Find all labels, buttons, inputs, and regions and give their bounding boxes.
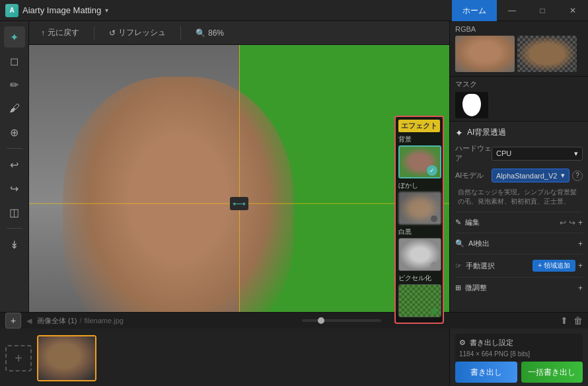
stamp-tool[interactable]: ⊕ — [4, 122, 25, 143]
hardware-label: ハードウェア — [455, 143, 492, 163]
effect-item-mono[interactable]: 白黒 — [398, 227, 440, 271]
ai-title: AI背景透過 — [467, 127, 506, 138]
ai-model-dropdown[interactable]: AlphaStandard_V2 ▾ — [492, 169, 570, 182]
effect-item-blur[interactable]: ぼかし — [398, 181, 440, 225]
export-settings-title: 書き出し設定 — [470, 338, 513, 348]
fine-tune-title: ⊞ 微調整 — [455, 283, 487, 293]
effect-item-pixel[interactable]: ピクセル化 — [398, 274, 440, 317]
manual-select-header[interactable]: ☞ 手動選択 + 領域追加 + — [455, 258, 583, 273]
ai-detect-header[interactable]: 🔍 AI検出 + — [455, 237, 583, 250]
fine-tune-expand[interactable]: + — [578, 284, 583, 293]
filmstrip: + — [0, 328, 449, 386]
filmstrip-add-button[interactable]: + — [5, 345, 32, 371]
effect-item-background[interactable]: 背景 ✓ — [398, 135, 440, 178]
fine-tune-header[interactable]: ⊞ 微調整 + — [455, 282, 583, 294]
rgba-thumbnails — [455, 36, 583, 72]
blur-effect-label: ぼかし — [398, 181, 440, 190]
mask-thumbnail[interactable] — [455, 92, 488, 118]
ai-detect-expand[interactable]: + — [578, 239, 583, 249]
filmstrip-area: + ⚙ 書き出し設定 1184 × 664 PNG [8 bits] 書き出し … — [0, 328, 588, 386]
ai-icon: ✦ — [455, 128, 463, 138]
add-file-button[interactable]: + — [5, 313, 21, 328]
title-dropdown-arrow[interactable]: ▾ — [105, 7, 108, 14]
paint-tool[interactable]: 🖌 — [4, 98, 25, 119]
mask-area: マスク — [450, 77, 588, 122]
filmstrip-thumb-1[interactable] — [37, 335, 96, 381]
edit-icon: ✎ — [455, 218, 461, 227]
ai-section-title: ✦ AI背景透過 — [455, 127, 583, 138]
zoom-button[interactable]: 🔍 86% — [192, 26, 228, 40]
bg-effect-check: ✓ — [427, 165, 437, 176]
delete-icon[interactable]: 🗑 — [573, 315, 583, 326]
fine-tune-label: 微調整 — [465, 283, 487, 293]
ai-info-text: 自然なエッジを実現。シンプルな背景髪の毛、発泡素材、初初初貢、正士景、 — [455, 188, 583, 206]
rgba-thumb-original[interactable] — [455, 36, 515, 72]
refresh-icon: ↺ — [109, 28, 116, 38]
bottom-section: + ◀ 画像全体 (1) / filename.jpg ⬆ 🗑 + ⚙ — [0, 312, 588, 386]
edit-section-header[interactable]: ✎ 編集 ↩ ↪ + — [455, 216, 583, 229]
app-title: Aiarty Image Matting — [22, 5, 101, 15]
manual-select-label: 手動選択 — [466, 261, 495, 271]
rgba-label: RGBA — [455, 25, 583, 33]
minimize-button[interactable]: — — [497, 0, 527, 21]
window-controls: ホーム — □ ✕ — [452, 0, 588, 21]
brush-tool[interactable]: ◻ — [4, 50, 25, 71]
ai-model-label: AIモデル — [455, 171, 492, 180]
toolbar-separator-2 — [7, 228, 22, 229]
ai-model-value: AlphaStandard_V2 — [496, 172, 557, 180]
breadcrumb: 画像全体 (1) / filename.jpg — [37, 316, 124, 326]
edit-section: ✎ 編集 ↩ ↪ + — [455, 212, 583, 233]
edit-redo[interactable]: ↪ — [569, 218, 575, 227]
select-tool[interactable]: ✦ — [4, 26, 25, 48]
timeline-bar[interactable] — [302, 319, 381, 322]
ai-detect-title: 🔍 AI検出 — [455, 239, 490, 249]
frame-tool[interactable]: ◫ — [4, 202, 25, 223]
upload-icon[interactable]: ⬆ — [560, 315, 568, 326]
timeline-handle[interactable] — [318, 317, 324, 324]
collapse-tool[interactable]: ↡ — [4, 234, 25, 255]
export-settings: ⚙ 書き出し設定 1184 × 664 PNG [8 bits] — [455, 334, 583, 362]
rgba-thumb-result[interactable] — [517, 36, 577, 72]
export-button[interactable]: 書き出し — [455, 362, 517, 383]
top-separator-2 — [180, 26, 181, 40]
undo-tool[interactable]: ↩ — [4, 154, 25, 175]
app-logo: A — [5, 4, 18, 17]
manual-select-expand[interactable]: + — [578, 261, 583, 270]
bg-effect-label: 背景 — [398, 135, 440, 144]
batch-export-button[interactable]: 一括書き出し — [521, 362, 583, 383]
mono-effect-dot — [431, 262, 437, 268]
logo-area: A Aiarty Image Matting ▾ — [5, 4, 108, 17]
original-preview — [455, 36, 515, 72]
export-settings-header: ⚙ 書き出し設定 — [459, 338, 579, 348]
hardware-row: ハードウェア CPU ▾ — [455, 143, 583, 163]
breadcrumb-item-2: filename.jpg — [85, 317, 124, 325]
ai-model-row: AIモデル AlphaStandard_V2 ▾ ? — [455, 169, 583, 182]
rgba-area: RGBA — [450, 21, 588, 77]
back-button[interactable]: ↑ 元に戻す — [37, 24, 83, 41]
maximize-button[interactable]: □ — [527, 0, 558, 21]
export-buttons: 書き出し 一括書き出し — [455, 362, 583, 383]
close-button[interactable]: ✕ — [558, 0, 588, 21]
edit-undo[interactable]: ↩ — [560, 218, 566, 227]
arrow-handle[interactable]: ⟷ — [230, 197, 248, 210]
edit-expand[interactable]: + — [578, 218, 583, 227]
filmstrip-image-1 — [38, 336, 95, 380]
result-preview — [517, 36, 577, 72]
fine-tune-icon: ⊞ — [455, 284, 461, 292]
effect-popup: エフェクト 背景 ✓ ぼかし 白黒 ピクセル化 — [394, 116, 444, 324]
toolbar-separator-1 — [7, 148, 22, 149]
back-label: 元に戻す — [48, 27, 79, 38]
titlebar: A Aiarty Image Matting ▾ ホーム — □ ✕ — [0, 0, 588, 21]
help-icon[interactable]: ? — [572, 171, 583, 181]
hardware-dropdown[interactable]: CPU ▾ — [492, 147, 583, 161]
manual-select-section: ☞ 手動選択 + 領域追加 + — [455, 254, 583, 277]
eraser-tool[interactable]: ✏ — [4, 74, 25, 95]
add-region-button[interactable]: + 領域追加 — [533, 260, 575, 272]
ai-detect-icon: 🔍 — [455, 239, 464, 248]
redo-tool[interactable]: ↪ — [4, 178, 25, 199]
home-button[interactable]: ホーム — [452, 0, 497, 21]
refresh-button[interactable]: ↺ リフレッシュ — [105, 24, 170, 41]
edit-section-title: ✎ 編集 — [455, 217, 480, 227]
manual-select-icon: ☞ — [455, 262, 462, 270]
mono-effect-label: 白黒 — [398, 227, 440, 237]
